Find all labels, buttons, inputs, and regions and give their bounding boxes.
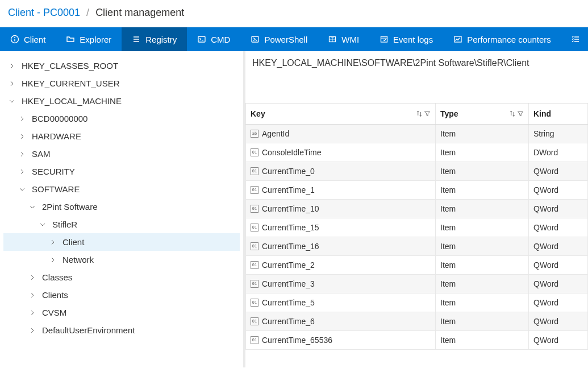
registry-value-icon: 01 bbox=[251, 224, 258, 231]
tab-label: Explorer bbox=[80, 35, 111, 44]
table-row[interactable]: 01CurrentTime_2ItemQWord bbox=[246, 256, 588, 275]
cell-kind: QWord bbox=[533, 261, 558, 270]
tab-client[interactable]: Client bbox=[0, 27, 56, 51]
chevron-right-icon[interactable] bbox=[18, 151, 26, 157]
table-row[interactable]: 01CurrentTime_3ItemQWord bbox=[246, 275, 588, 293]
tree-item[interactable]: HKEY_CURRENT_USER bbox=[3, 75, 240, 92]
table-row[interactable]: 01CurrentTime_6ItemQWord bbox=[246, 312, 588, 331]
chevron-right-icon[interactable] bbox=[28, 328, 36, 333]
tab-powershell[interactable]: PowerShell bbox=[240, 27, 318, 51]
svg-point-1 bbox=[14, 37, 15, 38]
chevron-right-icon[interactable] bbox=[28, 275, 36, 280]
tab-cmd[interactable]: CMD bbox=[187, 27, 240, 51]
cell-key: CurrentTime_2 bbox=[262, 261, 315, 270]
tree-item-label: HARDWARE bbox=[32, 131, 81, 141]
tab-registry[interactable]: Registry bbox=[122, 27, 187, 51]
chevron-right-icon[interactable] bbox=[49, 257, 57, 263]
tree-item-label: Clients bbox=[42, 290, 68, 300]
tab-label: WMI bbox=[341, 35, 359, 44]
tree-item[interactable]: Network bbox=[3, 251, 240, 268]
chevron-down-icon[interactable] bbox=[39, 222, 47, 228]
tree-item[interactable]: DefaultUserEnvironment bbox=[3, 321, 240, 339]
cell-type: Item bbox=[440, 204, 456, 213]
cell-type: Item bbox=[440, 148, 456, 157]
tree-item-label: DefaultUserEnvironment bbox=[42, 325, 135, 335]
registry-value-icon: 01 bbox=[251, 205, 258, 213]
cell-type: Item bbox=[440, 261, 456, 270]
table-row[interactable]: 01ConsoleIdleTimeItemDWord bbox=[246, 143, 588, 162]
tab-explorer[interactable]: Explorer bbox=[56, 27, 122, 51]
table-row[interactable]: 01CurrentTime_15ItemQWord bbox=[246, 218, 588, 237]
column-header-key[interactable]: Key bbox=[246, 104, 436, 125]
chevron-right-icon[interactable] bbox=[8, 81, 16, 86]
ps-icon bbox=[251, 35, 260, 44]
tree-item[interactable]: Classes bbox=[3, 268, 240, 286]
tree-item[interactable]: SAM bbox=[3, 145, 240, 163]
cell-key: CurrentTime_0 bbox=[262, 167, 315, 176]
chevron-right-icon[interactable] bbox=[18, 169, 26, 175]
registry-value-icon: 01 bbox=[251, 186, 258, 194]
cell-key: ConsoleIdleTime bbox=[262, 148, 322, 157]
perf-icon bbox=[453, 35, 462, 44]
cell-type: Item bbox=[440, 185, 456, 195]
tree-item-label: HKEY_LOCAL_MACHINE bbox=[22, 96, 122, 106]
chevron-right-icon[interactable] bbox=[49, 239, 57, 245]
cell-type: Item bbox=[440, 129, 456, 138]
tasklist-button[interactable] bbox=[563, 27, 588, 51]
chevron-right-icon[interactable] bbox=[8, 63, 16, 69]
registry-value-icon: 01 bbox=[251, 336, 258, 344]
cell-kind: QWord bbox=[533, 279, 558, 288]
sort-icon[interactable] bbox=[416, 110, 423, 117]
tree-item[interactable]: HARDWARE bbox=[3, 127, 240, 145]
chevron-down-icon[interactable] bbox=[18, 187, 26, 192]
cell-type: Item bbox=[440, 223, 456, 232]
column-header-type[interactable]: Type bbox=[436, 104, 529, 125]
tree-item-label: Network bbox=[62, 255, 94, 264]
breadcrumb-separator: / bbox=[86, 7, 89, 18]
chevron-down-icon[interactable] bbox=[8, 98, 16, 104]
registry-value-icon: 01 bbox=[251, 242, 258, 250]
cell-key: CurrentTime_16 bbox=[262, 242, 319, 251]
tree-item[interactable]: SECURITY bbox=[3, 163, 240, 180]
table-row[interactable]: 01CurrentTime_0ItemQWord bbox=[246, 162, 588, 181]
table-row[interactable]: 01CurrentTime_16ItemQWord bbox=[246, 237, 588, 256]
toolbar: ClientExplorerRegistryCMDPowerShellWMIEv… bbox=[0, 27, 588, 51]
cell-kind: QWord bbox=[533, 223, 558, 232]
tree-item[interactable]: 2Pint Software bbox=[3, 198, 240, 216]
tab-wmi[interactable]: WMI bbox=[318, 27, 369, 51]
tree-item[interactable]: HKEY_LOCAL_MACHINE bbox=[3, 92, 240, 110]
table-row[interactable]: 01CurrentTime_65536ItemQWord bbox=[246, 331, 588, 350]
cell-kind: String bbox=[533, 129, 554, 138]
table-row[interactable]: 01CurrentTime_1ItemQWord bbox=[246, 181, 588, 200]
chevron-right-icon[interactable] bbox=[18, 134, 26, 139]
chevron-right-icon[interactable] bbox=[28, 292, 36, 298]
tree-item[interactable]: CVSM bbox=[3, 304, 240, 321]
info-icon bbox=[10, 35, 19, 44]
table-row[interactable]: abAgentIdItemString bbox=[246, 125, 588, 143]
tree-item[interactable]: Client bbox=[3, 233, 240, 251]
tree-item[interactable]: HKEY_CLASSES_ROOT bbox=[3, 57, 240, 75]
tab-perf[interactable]: Performance counters bbox=[443, 27, 561, 51]
breadcrumb-client-link[interactable]: Client - PC0001 bbox=[8, 7, 80, 18]
tab-label: Event logs bbox=[393, 35, 433, 44]
cell-type: Item bbox=[440, 242, 456, 251]
table-row[interactable]: 01CurrentTime_10ItemQWord bbox=[246, 200, 588, 218]
tree-item[interactable]: Clients bbox=[3, 286, 240, 304]
tree-item-label: 2Pint Software bbox=[42, 202, 98, 212]
column-header-kind[interactable]: Kind bbox=[529, 104, 588, 125]
table-row[interactable]: 01CurrentTime_5ItemQWord bbox=[246, 293, 588, 312]
tree-item[interactable]: SOFTWARE bbox=[3, 180, 240, 198]
event-icon bbox=[380, 35, 389, 44]
tab-eventlogs[interactable]: Event logs bbox=[369, 27, 443, 51]
registry-path: HKEY_LOCAL_MACHINE\SOFTWARE\2Pint Softwa… bbox=[245, 51, 588, 104]
filter-icon[interactable] bbox=[424, 110, 431, 117]
chevron-down-icon[interactable] bbox=[28, 204, 36, 210]
sort-icon[interactable] bbox=[509, 110, 516, 117]
box-icon bbox=[328, 35, 337, 44]
chevron-right-icon[interactable] bbox=[18, 116, 26, 122]
filter-icon[interactable] bbox=[517, 110, 524, 117]
tree-item[interactable]: StifleR bbox=[3, 216, 240, 233]
chevron-right-icon[interactable] bbox=[28, 310, 36, 316]
tree-item[interactable]: BCD00000000 bbox=[3, 110, 240, 127]
cell-kind: QWord bbox=[533, 298, 558, 307]
